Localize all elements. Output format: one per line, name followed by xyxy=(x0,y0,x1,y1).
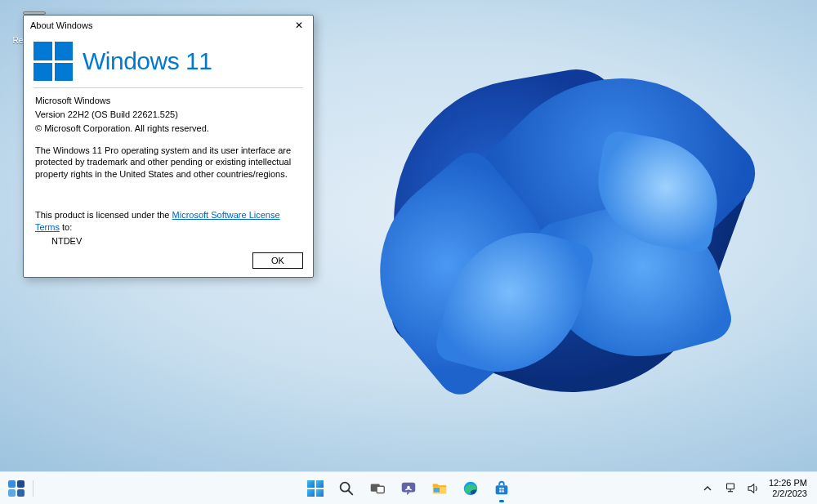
edge-button[interactable] xyxy=(456,474,485,503)
system-tray: 12:26 PM 2/2/2023 xyxy=(697,475,817,502)
folder-icon xyxy=(431,479,449,497)
search-icon xyxy=(337,479,355,497)
svg-rect-9 xyxy=(499,488,501,489)
task-view-icon xyxy=(368,479,386,497)
svg-point-0 xyxy=(341,482,350,491)
store-button[interactable] xyxy=(487,474,516,503)
clock-date: 2/2/2023 xyxy=(769,488,807,499)
chevron-up-icon xyxy=(703,484,712,493)
product-name-line: Microsoft Windows xyxy=(35,95,301,107)
svg-rect-12 xyxy=(502,490,503,492)
widgets-button[interactable] xyxy=(3,475,29,502)
desktop-wallpaper: Recycle Bin About Windows ✕ Windows 11 M… xyxy=(0,0,817,471)
svg-rect-10 xyxy=(502,488,503,489)
svg-rect-8 xyxy=(496,485,508,494)
version-line: Version 22H2 (OS Build 22621.525) xyxy=(35,109,301,121)
ok-button[interactable]: OK xyxy=(252,252,303,269)
taskbar-clock[interactable]: 12:26 PM 2/2/2023 xyxy=(766,478,810,498)
dialog-divider xyxy=(33,87,303,88)
wallpaper-bloom-art xyxy=(343,33,801,457)
license-line: This product is licensed under the Micro… xyxy=(35,209,301,234)
close-button[interactable]: ✕ xyxy=(287,17,311,33)
chat-button[interactable] xyxy=(394,474,423,503)
search-button[interactable] xyxy=(332,474,361,503)
dialog-body: Microsoft Windows Version 22H2 (OS Build… xyxy=(24,95,313,248)
copyright-line: © Microsoft Corporation. All rights rese… xyxy=(35,123,301,135)
volume-button[interactable] xyxy=(743,475,764,502)
taskbar-divider xyxy=(33,480,33,497)
svg-rect-3 xyxy=(377,486,384,493)
start-button[interactable] xyxy=(301,474,330,503)
network-icon xyxy=(723,481,738,496)
volume-icon xyxy=(746,481,761,496)
edge-icon xyxy=(462,479,480,497)
license-suffix: to: xyxy=(60,222,72,232)
hero-product-name: Windows 11 xyxy=(83,47,212,75)
license-prefix: This product is licensed under the xyxy=(35,210,172,220)
taskbar-center xyxy=(301,474,516,503)
svg-rect-11 xyxy=(499,490,501,492)
windows-logo-icon xyxy=(33,42,73,81)
dialog-titlebar[interactable]: About Windows ✕ xyxy=(24,16,313,35)
dialog-title: About Windows xyxy=(30,20,287,30)
network-button[interactable] xyxy=(720,475,741,502)
file-explorer-button[interactable] xyxy=(425,474,454,503)
licensed-to: NTDEV xyxy=(35,235,301,248)
about-windows-dialog: About Windows ✕ Windows 11 Microsoft Win… xyxy=(23,15,314,278)
svg-point-5 xyxy=(407,485,410,488)
taskbar: 12:26 PM 2/2/2023 xyxy=(0,471,817,504)
svg-rect-13 xyxy=(726,484,734,489)
widgets-icon xyxy=(8,480,25,497)
task-view-button[interactable] xyxy=(363,474,392,503)
close-icon: ✕ xyxy=(295,20,303,31)
dialog-hero: Windows 11 xyxy=(24,35,313,86)
tray-overflow-button[interactable] xyxy=(697,475,718,502)
clock-time: 12:26 PM xyxy=(769,478,807,488)
svg-rect-6 xyxy=(434,488,440,493)
store-icon xyxy=(493,479,511,497)
svg-line-1 xyxy=(349,490,353,494)
start-icon xyxy=(307,480,324,497)
chat-icon xyxy=(400,479,417,497)
legal-paragraph: The Windows 11 Pro operating system and … xyxy=(35,145,301,181)
